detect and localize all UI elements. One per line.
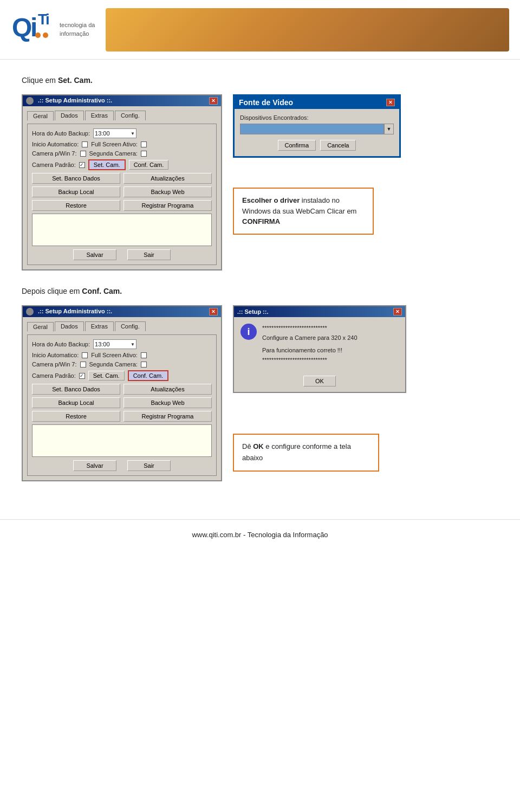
instruction-1: Clique em Set. Cam.	[22, 76, 498, 85]
sair-btn-1[interactable]: Sair	[127, 249, 171, 260]
titlebar-icon-1	[26, 97, 34, 105]
dialog2-form-panel: Hora do Auto Backup: 13:00 ▼ Inicio Auto…	[27, 334, 217, 476]
tab-config-1[interactable]: Config.	[115, 111, 146, 120]
dialog1-form-panel: Hora do Auto Backup: 13:00 ▼ Inicio Auto…	[27, 124, 217, 265]
logo-text: tecnologia da informação	[60, 21, 95, 38]
confirma-btn[interactable]: Confirma	[278, 140, 316, 151]
conf-cam-btn-2[interactable]: Conf. Cam.	[128, 370, 169, 381]
set-cam-btn-2[interactable]: Set. Cam.	[88, 371, 125, 381]
main-content: Clique em Set. Cam. .:: Setup Administra…	[0, 60, 520, 508]
camera-padrao-label-1: Camera Padrão:	[32, 162, 76, 168]
camera-padrao-label-2: Camera Padrão:	[32, 372, 76, 379]
cancela-btn[interactable]: Cancela	[320, 140, 356, 151]
camera-win7-checkbox-1[interactable]	[80, 151, 86, 157]
popup-ok-btn[interactable]: OK	[303, 376, 336, 386]
camera-win7-label-1: Camera p/Win 7:	[32, 150, 77, 157]
fonte-titlebar: Fonte de Video ✕	[235, 96, 399, 109]
backup-local-btn-2[interactable]: Backup Local	[32, 397, 120, 408]
tab-dados-1[interactable]: Dados	[55, 111, 84, 120]
page-footer: www.qiti.com.br - Tecnologia da Informaç…	[0, 519, 520, 550]
tab-geral-1[interactable]: Geral	[27, 111, 54, 121]
fonte-label: Dispositivos Encontrados:	[240, 114, 394, 121]
footer-text: www.qiti.com.br - Tecnologia da Informaç…	[192, 531, 328, 539]
backup-web-btn-2[interactable]: Backup Web	[123, 397, 212, 408]
camera-padrao-checkbox-2[interactable]: ✓	[79, 373, 85, 379]
bottom-btn-row-1: Salvar Sair	[32, 249, 212, 260]
inicio-label-1: Inicio Automatico:	[32, 141, 79, 147]
right-panel-2: .:: Setup ::. ✕ i **********************…	[233, 305, 406, 472]
popup-titlebar: .:: Setup ::. ✕	[234, 306, 405, 317]
bottom-btn-row-2: Salvar Sair	[32, 460, 212, 471]
dialog2-tabs: Geral Dados Extras Config.	[27, 321, 217, 331]
camera-padrao-row-1: Camera Padrão: ✓ Set. Cam. Conf. Cam.	[32, 159, 212, 170]
svg-text:Q: Q	[12, 13, 32, 42]
backup-row-2: Backup Local Backup Web	[32, 397, 212, 408]
right-panel-1: Fonte de Video ✕ Dispositivos Encontrado…	[233, 94, 401, 235]
camera-row-1: Camera p/Win 7: Segunda Camera:	[32, 150, 212, 157]
auto-backup-label-1: Hora do Auto Backup:	[32, 130, 90, 137]
popup-ok-row: OK	[234, 376, 405, 392]
salvar-btn-2[interactable]: Salvar	[73, 460, 116, 471]
dialog2-close-btn[interactable]: ✕	[209, 308, 218, 315]
fonte-close-btn[interactable]: ✕	[386, 99, 395, 106]
camera-padrao-checkbox-1[interactable]: ✓	[79, 162, 85, 168]
camera-win7-checkbox-2[interactable]	[80, 362, 86, 368]
textarea-1[interactable]	[32, 214, 212, 246]
backup-local-btn-1[interactable]: Backup Local	[32, 186, 120, 197]
restore-btn-2[interactable]: Restore	[32, 411, 120, 422]
info-box-1: Escolher o driver instalado no Windows d…	[233, 188, 374, 235]
registrar-btn-2[interactable]: Registrar Programa	[123, 411, 212, 422]
inicio-fullscreen-row-1: Inicio Automatico: Full Screen Ativo:	[32, 141, 212, 147]
dialog1-tabs: Geral Dados Extras Config.	[27, 111, 217, 120]
tab-extras-2[interactable]: Extras	[85, 321, 114, 331]
dialog1-body: Geral Dados Extras Config. Hora do Auto …	[23, 106, 221, 269]
setup-popup-dialog: .:: Setup ::. ✕ i **********************…	[233, 305, 406, 393]
fonte-dialog: Fonte de Video ✕ Dispositivos Encontrado…	[233, 94, 401, 158]
auto-backup-combo-1[interactable]: 13:00 ▼	[93, 128, 136, 138]
sair-btn-2[interactable]: Sair	[127, 460, 171, 471]
set-cam-btn-1[interactable]: Set. Cam.	[88, 159, 126, 170]
popup-close-btn[interactable]: ✕	[393, 308, 402, 315]
atualizacoes-btn-2[interactable]: Atualizações	[123, 384, 212, 395]
auto-backup-combo-2[interactable]: 13:00 ▼	[93, 339, 136, 349]
inicio-checkbox-1[interactable]	[82, 141, 88, 147]
segunda-camera-checkbox-2[interactable]	[141, 362, 147, 368]
dialog2-titlebar: .:: Setup Administrativo ::. ✕	[23, 306, 221, 317]
fullscreen-checkbox-2[interactable]	[141, 352, 147, 358]
restore-registrar-row-1: Restore Registrar Programa	[32, 200, 212, 211]
salvar-btn-1[interactable]: Salvar	[73, 249, 116, 260]
fonte-btn-row: Confirma Cancela	[240, 140, 394, 151]
conf-cam-btn-1[interactable]: Conf. Cam.	[129, 160, 169, 170]
fonte-combo-arrow[interactable]: ▼	[384, 124, 394, 134]
inicio-fullscreen-row-2: Inicio Automatico: Full Screen Ativo:	[32, 352, 212, 358]
fullscreen-checkbox-1[interactable]	[141, 141, 147, 147]
textarea-2[interactable]	[32, 424, 212, 457]
restore-btn-1[interactable]: Restore	[32, 200, 120, 211]
camera-padrao-row-2: Camera Padrão: ✓ Set. Cam. Conf. Cam.	[32, 370, 212, 381]
tab-config-2[interactable]: Config.	[115, 321, 146, 331]
popup-info-icon: i	[240, 324, 257, 340]
inicio-checkbox-2[interactable]	[82, 352, 88, 358]
tab-geral-2[interactable]: Geral	[27, 322, 54, 332]
segunda-camera-checkbox-1[interactable]	[141, 151, 147, 157]
combo-arrow-2: ▼	[131, 342, 135, 347]
dialog1-titlebar: .:: Setup Administrativo ::. ✕	[23, 95, 221, 106]
instruction-2: Depois clique em Conf. Cam.	[22, 287, 498, 295]
popup-text: **************************** Configure a…	[262, 324, 358, 365]
backup-web-btn-1[interactable]: Backup Web	[123, 186, 212, 197]
fullscreen-label-1: Full Screen Ativo:	[91, 141, 138, 147]
svg-text:i: i	[46, 11, 50, 28]
banco-btn-1[interactable]: Set. Banco Dados	[32, 173, 120, 184]
camera-row-2: Camera p/Win 7: Segunda Camera:	[32, 361, 212, 368]
tab-dados-2[interactable]: Dados	[55, 321, 84, 331]
fonte-combo-box[interactable]	[240, 124, 384, 134]
info2-text: Dê OK e configure conforme a tela abaixo	[242, 442, 351, 462]
registrar-btn-1[interactable]: Registrar Programa	[123, 200, 212, 211]
dialog1-close-btn[interactable]: ✕	[209, 97, 218, 105]
restore-registrar-row-2: Restore Registrar Programa	[32, 411, 212, 422]
page-header: Q i T i tecnologia da informação	[0, 0, 520, 60]
atualizacoes-btn-1[interactable]: Atualizações	[123, 173, 212, 184]
banco-btn-2[interactable]: Set. Banco Dados	[32, 384, 120, 395]
tab-extras-1[interactable]: Extras	[85, 111, 114, 120]
backup-row-1: Backup Local Backup Web	[32, 186, 212, 197]
